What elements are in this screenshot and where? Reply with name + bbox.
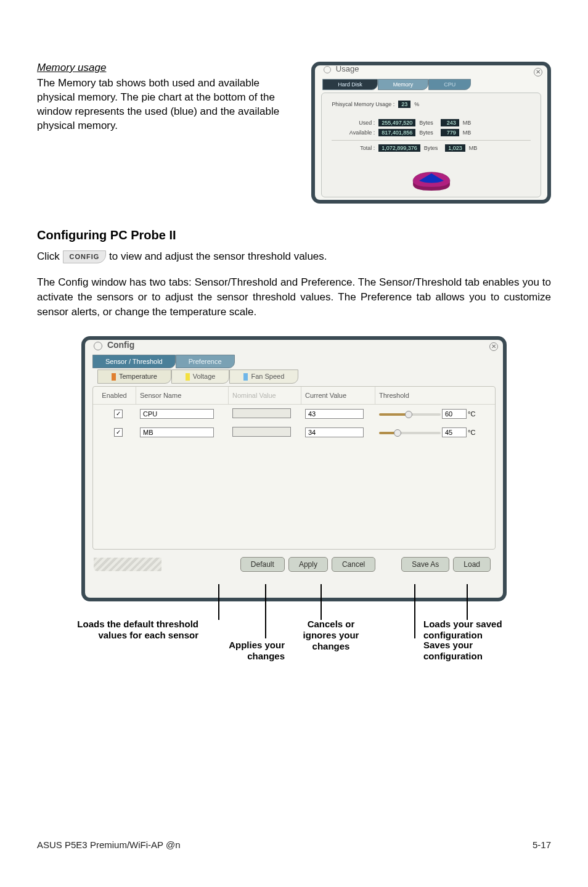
threshold-value-mb[interactable]: 45 xyxy=(442,427,467,437)
enable-checkbox-cpu[interactable]: ✓ xyxy=(114,410,123,418)
resize-grip xyxy=(94,558,161,571)
nominal-mb xyxy=(232,427,291,437)
usage-pct-value: 23 xyxy=(398,101,410,108)
usage-pct-unit: % xyxy=(414,101,419,107)
tab-temperature-label: Temperature xyxy=(119,373,157,380)
avail-mb: 779 xyxy=(441,129,459,136)
total-bytes: 1,072,899,376 xyxy=(378,144,420,152)
memory-usage-heading: Memory usage xyxy=(37,62,296,74)
usage-window: ✕ Usage Hard Disk Memory CPU Phisycal Me… xyxy=(311,62,551,204)
footer-product: ASUS P5E3 Premium/WiFi-AP @n xyxy=(37,840,181,850)
fan-icon xyxy=(243,373,248,381)
usage-title-icon xyxy=(324,66,331,73)
col-nominal: Nominal Value xyxy=(229,387,301,404)
default-button[interactable]: Default xyxy=(240,557,285,572)
threshold-value-cpu[interactable]: 60 xyxy=(442,409,467,419)
config-inline-button[interactable]: CONFIG xyxy=(63,250,107,263)
callout-default: Loads the default threshold values for e… xyxy=(75,619,198,641)
memory-usage-body: The Memory tab shows both used and avail… xyxy=(37,76,296,133)
sensor-name-cpu[interactable]: CPU xyxy=(140,409,214,419)
current-cpu: 43 xyxy=(305,409,364,419)
avail-bytes: 817,401,856 xyxy=(378,129,415,136)
callout-cancel: Cancels or ignores your changes xyxy=(291,619,371,652)
avail-mb-unit: MB xyxy=(463,130,472,136)
unit-cpu: °C xyxy=(468,410,475,418)
avail-label: Available : xyxy=(332,130,375,136)
threshold-slider-cpu[interactable] xyxy=(379,410,441,418)
callout-load: Loads your saved configuration xyxy=(423,619,528,641)
saveas-button[interactable]: Save As xyxy=(401,557,449,572)
click-prefix: Click xyxy=(37,250,63,262)
sensor-grid: Enabled Sensor Name Nominal Value Curren… xyxy=(92,386,496,550)
col-sensor-name: Sensor Name xyxy=(136,387,229,404)
callout-apply: Applies your changes xyxy=(198,640,285,662)
sensor-row: ✓ MB 34 45 °C xyxy=(93,423,495,442)
used-mb-unit: MB xyxy=(463,120,472,126)
tab-hard-disk[interactable]: Hard Disk xyxy=(322,79,378,90)
used-bytes-unit: Bytes xyxy=(419,120,433,126)
thermometer-icon xyxy=(112,373,116,381)
tab-sensor-threshold[interactable]: Sensor / Threshold xyxy=(92,355,176,368)
total-label: Total : xyxy=(332,145,375,151)
config-window-title: Config xyxy=(94,340,134,350)
total-mb: 1,023 xyxy=(445,144,465,152)
tab-fan-speed[interactable]: Fan Speed xyxy=(229,369,298,384)
tab-voltage-label: Voltage xyxy=(193,373,216,380)
config-description: The Config window has two tabs: Sensor/T… xyxy=(37,275,551,319)
used-label: Used : xyxy=(332,120,375,126)
threshold-slider-mb[interactable] xyxy=(379,429,441,436)
col-current: Current Value xyxy=(301,387,375,404)
tab-fan-label: Fan Speed xyxy=(251,373,284,380)
used-mb: 243 xyxy=(441,119,459,126)
avail-bytes-unit: Bytes xyxy=(419,130,433,136)
tab-preference[interactable]: Preference xyxy=(176,355,235,368)
used-bytes: 255,497,520 xyxy=(378,119,415,126)
memory-pie-chart xyxy=(410,168,453,196)
nominal-cpu xyxy=(232,408,291,418)
click-suffix: to view and adjust the sensor threshold … xyxy=(109,250,327,262)
sensor-row: ✓ CPU 43 60 °C xyxy=(93,405,495,423)
footer-page: 5-17 xyxy=(533,840,551,850)
sensor-name-mb[interactable]: MB xyxy=(140,427,214,437)
usage-window-title: Usage xyxy=(324,64,359,73)
col-enabled: Enabled xyxy=(93,387,136,404)
config-title-icon xyxy=(94,342,102,350)
load-button[interactable]: Load xyxy=(453,557,491,572)
tab-voltage[interactable]: Voltage xyxy=(171,369,230,384)
bolt-icon xyxy=(186,373,190,381)
config-window: ✕ Config Sensor / Threshold Preference T… xyxy=(81,336,507,601)
enable-checkbox-mb[interactable]: ✓ xyxy=(114,428,123,437)
cancel-button[interactable]: Cancel xyxy=(332,557,375,572)
close-icon[interactable]: ✕ xyxy=(534,68,542,76)
apply-button[interactable]: Apply xyxy=(288,557,328,572)
tab-temperature[interactable]: Temperature xyxy=(97,369,171,384)
usage-pct-label: Phisycal Memory Usage : xyxy=(332,101,394,107)
usage-title-text: Usage xyxy=(336,64,359,73)
tab-memory[interactable]: Memory xyxy=(378,79,429,90)
config-title-text: Config xyxy=(107,340,134,350)
col-threshold: Threshold xyxy=(375,387,495,404)
callouts-area: Loads the default threshold values for e… xyxy=(81,601,507,700)
config-close-icon[interactable]: ✕ xyxy=(489,342,498,351)
callout-saveas: Saves your configuration xyxy=(423,640,516,662)
total-bytes-unit: Bytes xyxy=(424,145,438,151)
current-mb: 34 xyxy=(305,427,364,437)
unit-mb: °C xyxy=(468,429,475,436)
tab-cpu[interactable]: CPU xyxy=(428,79,471,90)
total-mb-unit: MB xyxy=(469,145,478,151)
configuring-heading: Configuring PC Probe II xyxy=(37,228,551,242)
